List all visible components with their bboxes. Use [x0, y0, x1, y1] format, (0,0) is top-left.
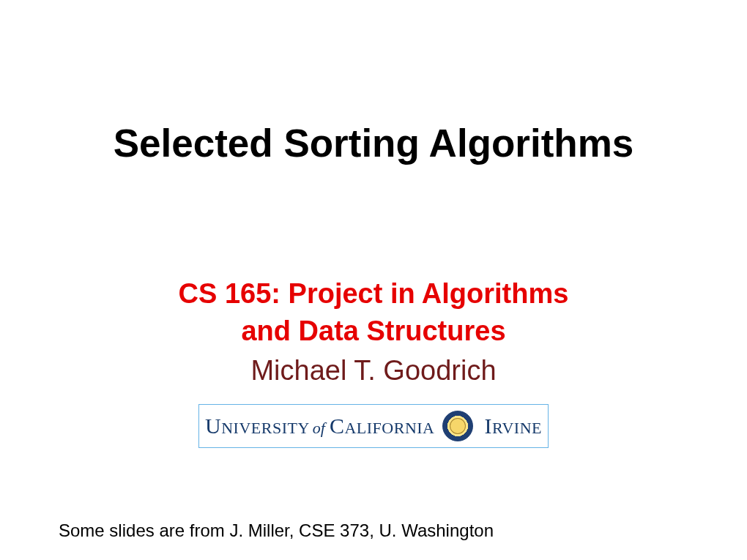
- author-name: Michael T. Goodrich: [179, 355, 569, 387]
- logo-text: UNIVERSITY of CALIFORNIA: [205, 414, 434, 438]
- logo-university-rest: NIVERSITY: [221, 419, 310, 438]
- slide-title: Selected Sorting Algorithms: [114, 121, 634, 165]
- university-logo: UNIVERSITY of CALIFORNIA IRVINE: [198, 404, 549, 448]
- slide: Selected Sorting Algorithms CS 165: Proj…: [0, 0, 747, 560]
- logo-irvine-rest: RVINE: [492, 419, 542, 438]
- course-title-line1: CS 165: Project in Algorithms: [179, 275, 569, 313]
- logo-irvine: IRVINE: [485, 414, 542, 438]
- attribution-note: Some slides are from J. Miller, CSE 373,…: [59, 520, 494, 541]
- logo-university-initial: U: [205, 414, 221, 438]
- subtitle-block: CS 165: Project in Algorithms and Data S…: [179, 275, 569, 387]
- logo-california-rest: ALIFORNIA: [344, 419, 434, 438]
- logo-irvine-initial: I: [485, 414, 493, 438]
- course-title-line2: and Data Structures: [179, 313, 569, 350]
- logo-of: of: [313, 419, 325, 438]
- seal-icon: [442, 411, 473, 441]
- logo-california-initial: C: [330, 414, 345, 438]
